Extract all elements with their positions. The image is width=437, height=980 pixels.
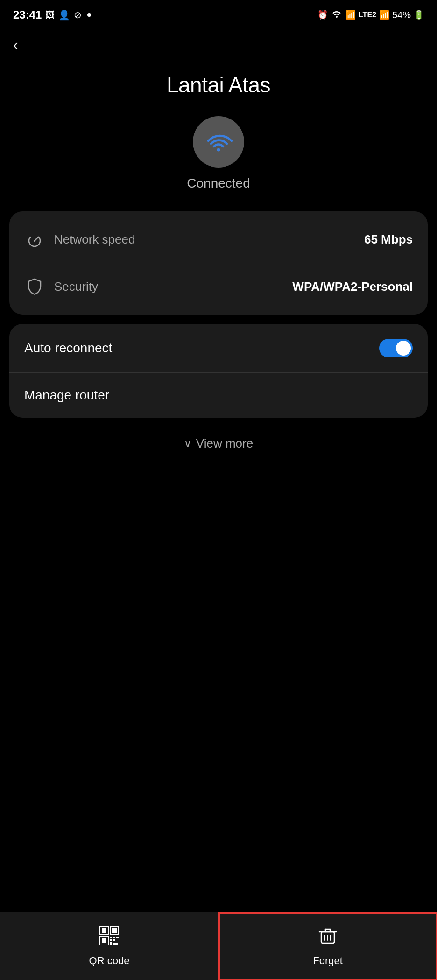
manage-router-row[interactable]: Manage router (9, 372, 428, 418)
status-right: ⏰ 📶 LTE2 📶 54% 🔋 (317, 9, 424, 21)
signal2-icon: 📶 (379, 10, 389, 20)
svg-rect-17 (113, 943, 118, 945)
wifi-status-icon (331, 9, 343, 21)
svg-rect-15 (113, 939, 115, 941)
speedometer-icon (24, 229, 45, 250)
qr-code-label: QR code (89, 955, 130, 967)
status-bar: 23:41 🖼 👤 ⊘ ⏰ 📶 LTE2 📶 54% 🔋 (0, 0, 437, 26)
svg-rect-8 (112, 928, 117, 933)
security-label: Security (54, 280, 292, 294)
network-info-card: Network speed 65 Mbps Security WPA/WPA2-… (9, 211, 428, 315)
speed-row: Network speed 65 Mbps (9, 216, 428, 263)
wifi-icon-circle (193, 116, 244, 168)
svg-rect-14 (110, 939, 112, 941)
battery-percentage: 54% (392, 10, 411, 21)
svg-rect-10 (102, 938, 106, 943)
dnd-icon: ⊘ (74, 9, 82, 21)
toggle-knob (396, 341, 411, 356)
gallery-icon: 🖼 (45, 10, 55, 21)
connected-label: Connected (187, 176, 250, 191)
speed-label: Network speed (54, 232, 364, 247)
svg-rect-6 (102, 928, 106, 933)
status-time: 23:41 (13, 8, 42, 21)
dot-icon (87, 13, 91, 17)
back-icon: ‹ (13, 35, 18, 53)
svg-rect-13 (116, 937, 119, 938)
forget-button[interactable]: Forget (218, 912, 437, 980)
speed-value: 65 Mbps (364, 232, 413, 247)
signal-icon: 📶 (345, 10, 356, 20)
manage-router-label: Manage router (24, 388, 413, 403)
qr-code-icon (99, 925, 120, 950)
bottom-bar: QR code Forget (0, 912, 437, 980)
svg-point-1 (217, 148, 220, 152)
lte2-label: LTE2 (359, 11, 376, 19)
chevron-down-icon: ∨ (184, 438, 191, 450)
user-icon: 👤 (58, 9, 70, 21)
status-left: 23:41 🖼 👤 ⊘ (13, 8, 91, 21)
svg-rect-16 (110, 942, 112, 945)
settings-card: Auto reconnect Manage router (9, 324, 428, 418)
back-button[interactable]: ‹ (0, 26, 437, 58)
auto-reconnect-row: Auto reconnect (9, 324, 428, 372)
qr-code-button[interactable]: QR code (0, 912, 218, 980)
security-row: Security WPA/WPA2-Personal (9, 263, 428, 310)
battery-icon: 🔋 (414, 10, 424, 20)
svg-rect-12 (113, 937, 115, 938)
svg-point-4 (34, 240, 35, 242)
shield-icon (24, 276, 45, 297)
view-more-label: View more (196, 436, 253, 451)
auto-reconnect-toggle[interactable] (379, 339, 413, 357)
view-more-button[interactable]: ∨ View more (0, 427, 437, 460)
trash-icon (317, 925, 338, 950)
security-value: WPA/WPA2-Personal (292, 280, 413, 294)
forget-label: Forget (313, 955, 343, 967)
svg-rect-11 (110, 937, 112, 938)
wifi-status-container: Connected (0, 116, 437, 205)
auto-reconnect-label: Auto reconnect (24, 341, 379, 356)
network-title: Lantai Atas (0, 72, 437, 98)
alarm-icon: ⏰ (317, 10, 328, 20)
svg-point-0 (336, 16, 338, 18)
